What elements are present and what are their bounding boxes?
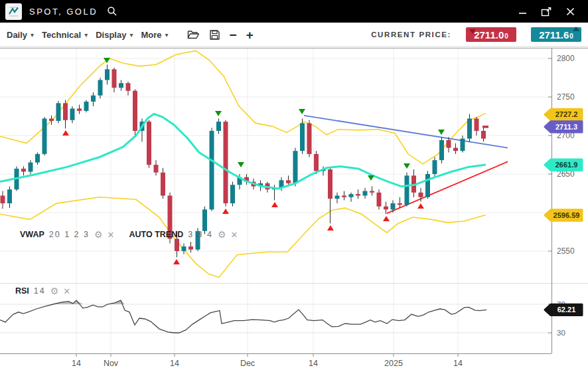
candle	[63, 103, 68, 120]
sell-signal-triangle-icon	[215, 111, 222, 116]
current-price-label: CURRENT PRICE:	[371, 31, 451, 39]
auto-trend-params: 3 3 4	[188, 230, 213, 239]
timeframe-dropdown[interactable]: Daily ▾	[7, 30, 34, 40]
vwap-badge-value: 2661.9	[555, 161, 578, 169]
candle	[42, 118, 47, 153]
rsi-value-badge-value: 62.21	[557, 306, 576, 314]
vwap-params: 20 1 2 3	[49, 230, 90, 239]
candle	[133, 91, 137, 131]
zoom-out-icon[interactable]: −	[230, 29, 237, 41]
candle	[335, 195, 340, 199]
candle	[126, 83, 131, 91]
auto-trend-remove-icon[interactable]: ✕	[231, 231, 238, 239]
candle	[70, 108, 75, 120]
chart-frame	[0, 48, 588, 354]
chart-canvas[interactable]: 14Nov14Dec142025142800275027002650260025…	[0, 0, 588, 374]
candle	[84, 102, 89, 111]
candle	[91, 96, 96, 102]
vwap-name: VWAP	[20, 230, 44, 239]
more-dropdown-label: More	[141, 30, 161, 40]
candle	[216, 122, 221, 131]
close-button[interactable]	[561, 4, 579, 19]
price-down-arrow-icon	[469, 29, 476, 34]
x-axis-label: 14	[170, 359, 179, 368]
x-axis-label: 2025	[384, 359, 403, 368]
open-folder-icon[interactable]	[187, 29, 200, 40]
candle	[98, 80, 103, 95]
buy-signal-triangle-icon	[327, 225, 334, 231]
more-dropdown[interactable]: More ▾	[141, 30, 168, 40]
candle	[447, 140, 451, 148]
chevron-down-icon: ▾	[84, 31, 88, 39]
trading-app-window: 14Nov14Dec142025142800275027002650260025…	[0, 0, 588, 374]
symbol-title: SPOT, GOLD	[29, 7, 98, 17]
candle	[1, 195, 5, 203]
vwap-settings-gear-icon[interactable]: ⚙	[94, 230, 103, 239]
chevron-down-icon: ▾	[31, 31, 34, 39]
candle	[112, 69, 117, 88]
x-axis-label: Nov	[104, 359, 119, 368]
minimize-button[interactable]	[514, 4, 531, 19]
candle	[481, 131, 486, 139]
app-logo-icon	[5, 3, 22, 20]
sell-signal-triangle-icon	[238, 162, 244, 167]
buy-signal-triangle-icon	[383, 216, 390, 221]
candle	[300, 123, 305, 151]
sell-price-button[interactable]: 2711.00	[466, 27, 516, 42]
candle	[293, 151, 298, 183]
candle	[398, 203, 402, 205]
rsi-settings-gear-icon[interactable]: ⚙	[50, 286, 59, 296]
rsi-axis-label: 30	[557, 329, 565, 337]
candle	[147, 122, 151, 165]
sell-signal-triangle-icon	[438, 130, 445, 135]
rsi-pane	[0, 300, 486, 333]
save-icon[interactable]	[209, 29, 220, 41]
candle	[475, 118, 479, 131]
candle	[230, 185, 235, 203]
zoom-in-icon[interactable]: +	[246, 29, 254, 41]
candle	[391, 203, 396, 209]
buy-signal-triangle-icon	[222, 209, 229, 214]
buy-price-button[interactable]: 2711.60	[531, 27, 581, 42]
candle	[119, 83, 123, 88]
current-price-badge-value: 2711.3	[555, 123, 577, 131]
candle	[419, 193, 423, 197]
candle	[363, 191, 368, 196]
x-axis-label: 14	[453, 359, 463, 368]
sell-price-frac: 0	[504, 31, 508, 42]
auto-trend-settings-gear-icon[interactable]: ⚙	[218, 230, 226, 239]
candle	[182, 246, 186, 251]
display-dropdown[interactable]: Display ▾	[96, 30, 133, 40]
candle	[342, 195, 346, 197]
candle	[77, 108, 82, 110]
candle	[405, 175, 409, 205]
chart-area: 14Nov14Dec142025142800275027002650260025…	[0, 0, 588, 374]
search-icon[interactable]	[107, 6, 117, 17]
candle	[370, 191, 374, 193]
sell-price-value: 2711.0	[474, 29, 504, 41]
window-controls	[514, 4, 588, 19]
price-axis-label: 2550	[557, 246, 575, 256]
upper-band-badge-value: 2727.2	[555, 110, 578, 118]
technical-dropdown[interactable]: Technical ▾	[42, 30, 88, 40]
popout-window-button[interactable]	[538, 4, 555, 19]
sell-signal-triangle-icon	[368, 175, 374, 181]
candle	[154, 165, 159, 173]
vwap-remove-icon[interactable]: ✕	[108, 231, 115, 239]
candle	[356, 194, 360, 195]
rsi-remove-icon[interactable]: ✕	[63, 287, 70, 296]
candle	[439, 140, 444, 160]
candle	[161, 173, 165, 196]
candle	[384, 207, 388, 210]
rsi-line	[0, 300, 486, 333]
candle	[461, 139, 465, 151]
candle	[35, 154, 40, 163]
toolbar: Daily ▾ Technical ▾ Display ▾ More ▾	[0, 23, 588, 47]
price-up-arrow-icon	[573, 27, 579, 31]
candle	[224, 122, 228, 203]
sell-signal-triangle-icon	[404, 163, 410, 169]
candle	[425, 174, 430, 197]
rsi-params: 14	[34, 286, 46, 296]
x-axis-label: 14	[309, 359, 318, 368]
candle	[467, 118, 472, 138]
